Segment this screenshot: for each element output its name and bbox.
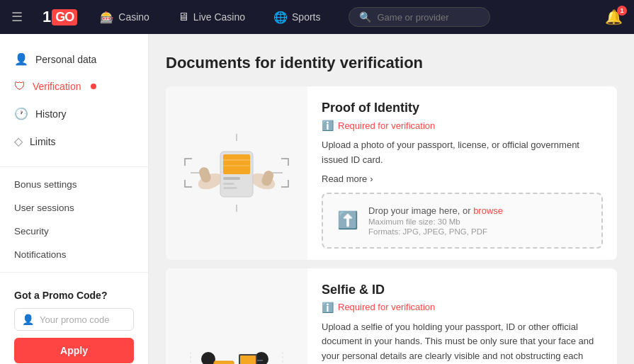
promo-title: Got a Promo Code?: [14, 290, 134, 301]
proof-browse-link[interactable]: browse: [473, 205, 503, 216]
proof-drop-zone[interactable]: ⬆️ Drop your image here, or browse Maxim…: [322, 193, 603, 249]
nav-sports[interactable]: 🌐 Sports: [268, 8, 326, 27]
limits-icon: ◇: [14, 135, 23, 148]
sidebar-item-security[interactable]: Security: [0, 220, 148, 243]
layout: 👤 Personal data 🛡 Verification 🕐 History…: [0, 34, 634, 364]
proof-card-content: Proof of Identity ℹ️ Required for verifi…: [307, 86, 617, 260]
promo-section: Got a Promo Code? 👤 Apply I don't have a…: [0, 278, 148, 364]
proof-formats: Formats: JPG, JPEG, PNG, PDF: [368, 227, 503, 236]
selfie-id-card: Selfie & ID ℹ️ Required for verification…: [166, 268, 617, 364]
chevron-right-icon: ›: [370, 174, 373, 184]
history-icon: 🕐: [14, 107, 28, 120]
sidebar-item-personal-data[interactable]: 👤 Personal data: [0, 45, 148, 73]
shield-icon: 🛡: [14, 80, 26, 93]
sidebar-bonus-label: Bonus settings: [14, 179, 77, 190]
verification-dot: [91, 84, 96, 89]
sidebar: 👤 Personal data 🛡 Verification 🕐 History…: [0, 34, 149, 364]
sidebar-item-sessions[interactable]: User sessions: [0, 196, 148, 220]
casino-icon: 🎰: [100, 11, 114, 24]
logo-go: GO: [52, 9, 77, 25]
info-icon: ℹ️: [322, 120, 334, 131]
sidebar-limits-label: Limits: [30, 136, 56, 147]
svg-point-16: [201, 352, 215, 364]
svg-rect-11: [223, 183, 234, 185]
selfie-title: Selfie & ID: [322, 283, 603, 297]
nav-live-casino[interactable]: 🖥 Live Casino: [172, 8, 251, 26]
selfie-description: Upload a selfie of you holding your pass…: [322, 320, 603, 364]
sidebar-divider-2: [0, 272, 148, 273]
sidebar-personal-label: Personal data: [35, 54, 96, 65]
header-right: 🔔 1: [605, 8, 623, 25]
proof-read-more[interactable]: Read more ›: [322, 174, 603, 184]
sidebar-item-notifications[interactable]: Notifications: [0, 243, 148, 266]
apply-button[interactable]: Apply: [14, 338, 134, 363]
promo-icon: 👤: [22, 314, 34, 325]
sidebar-notifications-label: Notifications: [14, 249, 67, 260]
search-icon: 🔍: [359, 11, 371, 23]
sidebar-item-history[interactable]: 🕐 History: [0, 100, 148, 127]
sidebar-item-bonus[interactable]: Bonus settings: [0, 173, 148, 196]
proof-of-identity-card: Proof of Identity ℹ️ Required for verifi…: [166, 86, 617, 260]
live-casino-icon: 🖥: [178, 11, 189, 23]
svg-rect-20: [214, 361, 234, 364]
sidebar-item-limits[interactable]: ◇ Limits: [0, 127, 148, 155]
upload-icon: ⬆️: [337, 210, 358, 230]
proof-drop-text: Drop your image here, or browse: [368, 205, 503, 216]
logo[interactable]: 1GO: [43, 8, 77, 26]
sidebar-sessions-label: User sessions: [14, 203, 74, 213]
search-input[interactable]: [377, 12, 480, 23]
notification-badge: 1: [617, 6, 627, 16]
svg-rect-10: [223, 177, 240, 180]
person-icon: 👤: [14, 52, 28, 66]
proof-max-size: Maximum file size: 30 Mb: [368, 217, 503, 226]
proof-title: Proof of Identity: [322, 101, 603, 115]
nav-casino-label: Casino: [118, 11, 149, 23]
sidebar-menu: 👤 Personal data 🛡 Verification 🕐 History…: [0, 45, 148, 155]
sidebar-divider: [0, 166, 148, 167]
header: ☰ 1GO 🎰 Casino 🖥 Live Casino 🌐 Sports 🔍 …: [0, 0, 634, 34]
selfie-info-icon: ℹ️: [322, 302, 334, 313]
logo-one: 1: [43, 8, 50, 26]
sidebar-history-label: History: [35, 108, 67, 120]
sidebar-security-label: Security: [14, 226, 49, 237]
proof-svg: [183, 130, 290, 215]
selfie-illustration: [166, 268, 307, 364]
svg-rect-27: [240, 356, 256, 364]
selfie-required-badge: ℹ️ Required for verification: [322, 302, 603, 313]
selfie-svg: [183, 327, 290, 364]
page-title: Documents for identity verification: [166, 54, 617, 72]
promo-input[interactable]: [40, 314, 126, 325]
notification-bell[interactable]: 🔔 1: [605, 8, 623, 25]
proof-description: Upload a photo of your passport, license…: [322, 138, 603, 168]
proof-required-badge: ℹ️ Required for verification: [322, 120, 603, 131]
sidebar-item-verification[interactable]: 🛡 Verification: [0, 73, 148, 100]
svg-rect-9: [223, 154, 250, 174]
promo-input-wrapper[interactable]: 👤: [14, 308, 134, 331]
nav-sports-label: Sports: [292, 11, 320, 23]
search-bar[interactable]: 🔍: [349, 7, 490, 27]
svg-rect-12: [223, 187, 237, 189]
sidebar-verification-label: Verification: [33, 81, 81, 92]
main-content: Documents for identity verification: [149, 34, 634, 364]
nav-casino[interactable]: 🎰 Casino: [94, 8, 155, 27]
proof-illustration: [166, 86, 307, 260]
hamburger-icon[interactable]: ☰: [11, 9, 23, 25]
selfie-card-content: Selfie & ID ℹ️ Required for verification…: [307, 268, 617, 364]
nav-live-casino-label: Live Casino: [193, 11, 245, 23]
sports-icon: 🌐: [273, 11, 288, 24]
proof-drop-info: Drop your image here, or browse Maximum …: [368, 205, 503, 236]
